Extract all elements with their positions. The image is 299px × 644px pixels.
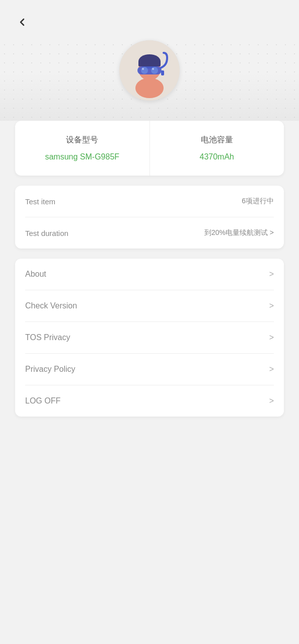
- back-button[interactable]: [12, 12, 32, 32]
- device-model-value: samsung SM-G985F: [45, 152, 119, 162]
- test-info-card: Test item 6项进行中 Test duration 到20%电量续航测试…: [15, 186, 284, 249]
- svg-point-10: [152, 68, 154, 70]
- test-duration-label: Test duration: [25, 229, 68, 237]
- header-section: [0, 0, 299, 121]
- menu-item-about-arrow: >: [269, 270, 274, 279]
- test-duration-value: 到20%电量续航测试 >: [204, 228, 274, 237]
- menu-item-check-version-label: Check Version: [25, 301, 77, 310]
- menu-item-tos-privacy[interactable]: TOS Privacy >: [25, 321, 274, 353]
- menu-item-privacy-policy-arrow: >: [269, 365, 274, 374]
- menu-item-privacy-policy[interactable]: Privacy Policy >: [25, 353, 274, 385]
- svg-rect-5: [138, 61, 161, 66]
- svg-point-8: [151, 67, 158, 74]
- avatar: [119, 40, 180, 101]
- menu-item-check-version[interactable]: Check Version >: [25, 290, 274, 321]
- battery-capacity-card: 电池容量 4370mAh: [150, 121, 284, 176]
- menu-item-about-label: About: [25, 270, 46, 279]
- svg-point-9: [142, 68, 144, 70]
- test-item-row: Test item 6项进行中: [25, 186, 274, 217]
- menu-item-tos-privacy-arrow: >: [269, 333, 274, 342]
- svg-point-7: [141, 67, 148, 74]
- svg-rect-11: [161, 70, 164, 75]
- test-item-label: Test item: [25, 197, 55, 206]
- menu-item-about[interactable]: About >: [25, 259, 274, 290]
- battery-capacity-label: 电池容量: [201, 135, 233, 145]
- menu-item-log-off-label: LOG OFF: [25, 396, 60, 406]
- menu-item-log-off-arrow: >: [269, 396, 274, 406]
- menu-item-privacy-policy-label: Privacy Policy: [25, 365, 76, 374]
- menu-item-check-version-arrow: >: [269, 301, 274, 310]
- test-duration-row: Test duration 到20%电量续航测试 >: [25, 217, 274, 249]
- menu-item-tos-privacy-label: TOS Privacy: [25, 333, 70, 342]
- battery-capacity-value: 4370mAh: [200, 152, 235, 162]
- test-item-value: 6项进行中: [242, 197, 274, 206]
- menu-item-log-off[interactable]: LOG OFF >: [25, 385, 274, 417]
- device-model-label: 设备型号: [66, 135, 98, 145]
- device-model-card: 设备型号 samsung SM-G985F: [15, 121, 150, 176]
- menu-card: About > Check Version > TOS Privacy > Pr…: [15, 259, 284, 417]
- device-info-cards: 设备型号 samsung SM-G985F 电池容量 4370mAh: [15, 121, 284, 176]
